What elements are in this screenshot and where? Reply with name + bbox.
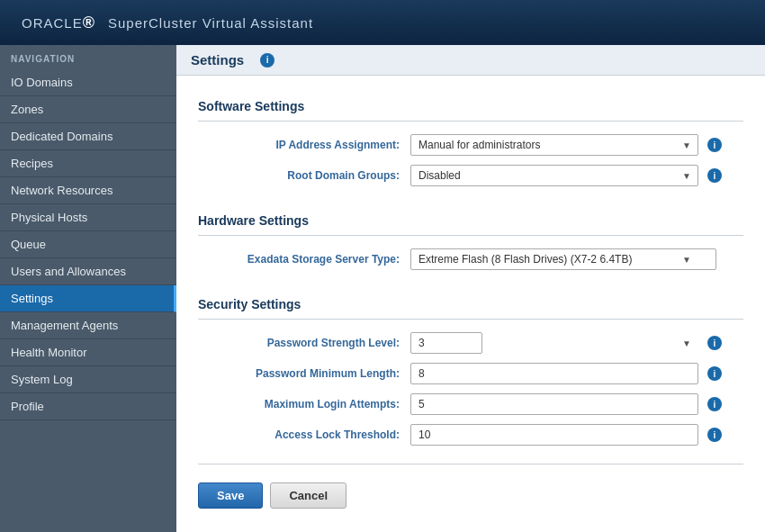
exadata-storage-select[interactable]: Extreme Flash (8 Flash Drives) (X7-2 6.4… [410, 248, 716, 270]
root-domain-groups-row: Root Domain Groups: Disabled Enabled ▼ i [198, 165, 743, 186]
sidebar-item-physical-hosts[interactable]: Physical Hosts [0, 204, 176, 231]
oracle-logo-text: ORACLE [22, 15, 83, 31]
password-strength-select-arrow: ▼ [682, 338, 691, 348]
sidebar-item-queue[interactable]: Queue [0, 231, 176, 258]
password-strength-select-wrapper: 1 2 3 4 5 ▼ [410, 332, 698, 354]
password-min-length-row: Password Minimum Length: i [198, 363, 743, 384]
root-domain-groups-info-icon[interactable]: i [707, 168, 722, 183]
cancel-button[interactable]: Cancel [270, 482, 346, 509]
access-lock-threshold-input[interactable] [410, 424, 698, 446]
root-domain-groups-select[interactable]: Disabled Enabled [410, 165, 698, 186]
main-content: Settings i Software Settings IP Address … [176, 45, 765, 532]
page-header: Settings i [176, 45, 765, 76]
max-login-attempts-label: Maximum Login Attempts: [212, 398, 410, 410]
nav-label: NAVIGATION [0, 45, 176, 69]
max-login-attempts-control [410, 393, 698, 415]
sidebar-item-settings[interactable]: Settings [0, 285, 176, 312]
exadata-storage-control: Extreme Flash (8 Flash Drives) (X7-2 6.4… [410, 248, 698, 270]
app-subtitle: SuperCluster Virtual Assistant [108, 15, 313, 31]
access-lock-threshold-label: Access Lock Threshold: [212, 428, 410, 441]
ip-assignment-info-icon[interactable]: i [707, 138, 722, 152]
ip-assignment-label: IP Address Assignment: [212, 139, 410, 151]
access-lock-threshold-control [410, 424, 698, 446]
max-login-attempts-info-icon[interactable]: i [707, 397, 722, 411]
page-title: Settings [191, 52, 244, 68]
sidebar-item-users-and-allowances[interactable]: Users and Allowances [0, 258, 176, 285]
app-layout: NAVIGATION IO Domains Zones Dedicated Do… [0, 45, 765, 532]
sidebar-item-io-domains[interactable]: IO Domains [0, 69, 176, 96]
root-domain-groups-select-wrapper: Disabled Enabled ▼ [410, 165, 698, 186]
sidebar-item-profile[interactable]: Profile [0, 393, 176, 420]
password-min-length-info-icon[interactable]: i [707, 366, 722, 381]
hardware-settings-title: Hardware Settings [198, 204, 743, 236]
sidebar-item-management-agents[interactable]: Management Agents [0, 312, 176, 339]
password-strength-row: Password Strength Level: 1 2 3 4 5 ▼ i [198, 332, 743, 354]
access-lock-threshold-row: Access Lock Threshold: i [198, 424, 743, 446]
settings-content: Software Settings IP Address Assignment:… [176, 76, 765, 532]
password-min-length-input[interactable] [410, 363, 698, 384]
password-strength-label: Password Strength Level: [212, 337, 410, 349]
exadata-storage-select-wrapper: Extreme Flash (8 Flash Drives) (X7-2 6.4… [410, 248, 698, 270]
sidebar-item-system-log[interactable]: System Log [0, 366, 176, 393]
page-info-icon[interactable]: i [260, 53, 274, 68]
software-settings-title: Software Settings [198, 90, 743, 122]
sidebar: NAVIGATION IO Domains Zones Dedicated Do… [0, 45, 176, 532]
password-min-length-control [410, 363, 698, 384]
sidebar-item-network-resources[interactable]: Network Resources [0, 177, 176, 204]
sidebar-item-health-monitor[interactable]: Health Monitor [0, 339, 176, 366]
root-domain-groups-control: Disabled Enabled ▼ [410, 165, 698, 186]
sidebar-item-zones[interactable]: Zones [0, 96, 176, 123]
sidebar-item-dedicated-domains[interactable]: Dedicated Domains [0, 123, 176, 150]
ip-assignment-select[interactable]: Manual for administrators Automatic DHCP [410, 134, 698, 156]
root-domain-groups-label: Root Domain Groups: [212, 169, 410, 182]
app-header: ORACLE® SuperCluster Virtual Assistant [0, 0, 765, 45]
exadata-storage-row: Exadata Storage Server Type: Extreme Fla… [198, 248, 743, 270]
ip-assignment-select-wrapper: Manual for administrators Automatic DHCP… [410, 134, 698, 156]
ip-assignment-control: Manual for administrators Automatic DHCP… [410, 134, 698, 156]
exadata-storage-label: Exadata Storage Server Type: [212, 253, 410, 266]
security-settings-title: Security Settings [198, 288, 743, 320]
password-strength-control: 1 2 3 4 5 ▼ [410, 332, 698, 354]
action-buttons: Save Cancel [198, 464, 743, 518]
max-login-attempts-row: Maximum Login Attempts: i [198, 393, 743, 415]
password-min-length-label: Password Minimum Length: [212, 367, 410, 380]
access-lock-threshold-info-icon[interactable]: i [707, 428, 722, 442]
ip-assignment-row: IP Address Assignment: Manual for admini… [198, 134, 743, 156]
max-login-attempts-input[interactable] [410, 393, 698, 415]
password-strength-select[interactable]: 1 2 3 4 5 [410, 332, 482, 354]
sidebar-item-recipes[interactable]: Recipes [0, 150, 176, 177]
app-logo: ORACLE® SuperCluster Virtual Assistant [14, 14, 313, 32]
password-strength-info-icon[interactable]: i [707, 336, 722, 350]
save-button[interactable]: Save [198, 482, 263, 509]
